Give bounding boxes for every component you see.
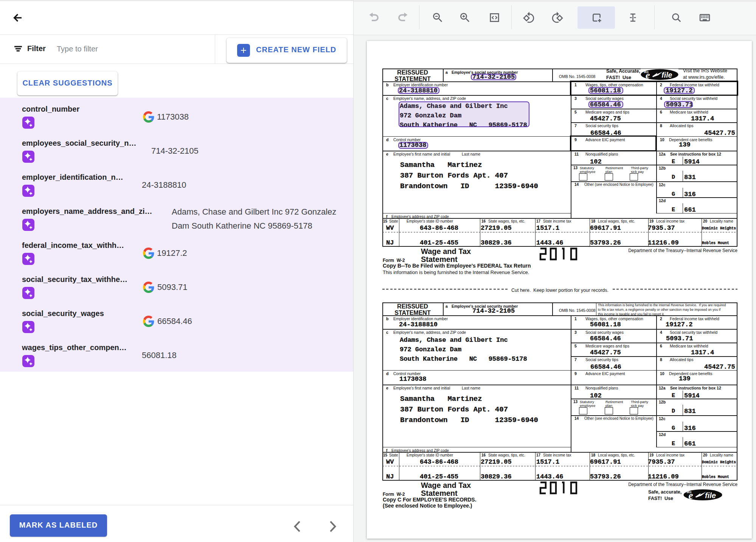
svg-text:file: file	[705, 491, 716, 500]
svg-text:e: e	[646, 70, 650, 80]
svg-text:file: file	[661, 71, 672, 79]
svg-text:e: e	[689, 490, 693, 501]
